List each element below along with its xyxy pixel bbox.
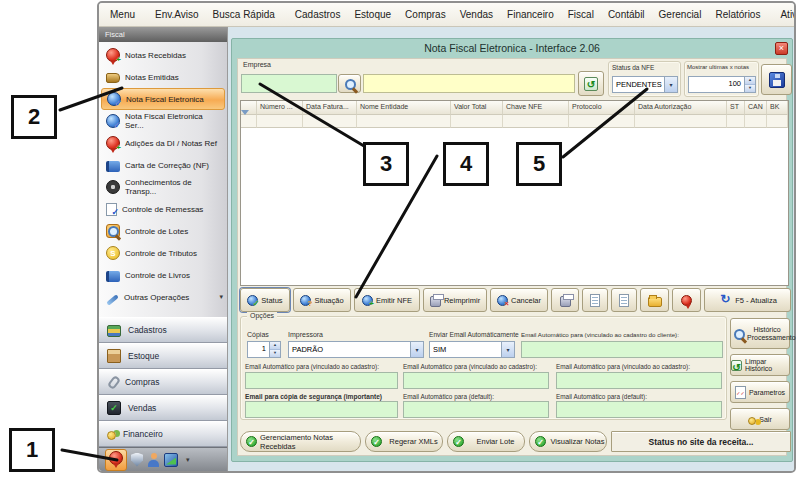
spinner-arrows-icon[interactable]: ▲▼ <box>744 77 755 92</box>
impressora-select[interactable]: PADRÃO ▾ <box>288 341 424 358</box>
column-bk[interactable]: BK <box>767 101 788 115</box>
menu-item-env-aviso[interactable]: Env.Aviso <box>148 4 206 26</box>
menu-item-estoque[interactable]: Estoque <box>347 4 398 26</box>
filter-cell[interactable] <box>241 115 257 128</box>
sidebar-group-compras[interactable]: Compras <box>99 369 227 395</box>
clear-button[interactable] <box>578 71 604 96</box>
spinner-arrows-icon[interactable]: ▲▼ <box>269 342 280 357</box>
table-filter-row <box>241 115 788 128</box>
sidebar-item-nota-fiscal-eletronica[interactable]: Nota Fiscal Eletronica <box>101 88 225 110</box>
empresa-label: Empresa <box>243 61 271 68</box>
print-only-button[interactable] <box>551 288 579 312</box>
menu-item-vendas[interactable]: Vendas <box>453 4 500 26</box>
gerenciamento-notas-button[interactable]: Gerenciamento Notas Recebidas <box>240 431 361 452</box>
save-button[interactable] <box>761 64 792 95</box>
status-nfe-select[interactable]: PENDENTES ▾ <box>612 76 678 93</box>
sidebar-item-adicoes-di[interactable]: Adições da DI / Notas Ref <box>99 132 227 154</box>
column-can[interactable]: CAN <box>745 101 767 115</box>
clipboard-icon <box>107 401 121 415</box>
close-icon[interactable]: × <box>775 42 788 55</box>
column-chave-nfe[interactable]: Chave NFE <box>503 101 569 115</box>
email-cadastro-input-2[interactable] <box>403 372 549 389</box>
sidebar-item-outras-operacoes[interactable]: Outras Operações ▾ <box>99 286 227 308</box>
fiscal-tab-button[interactable] <box>105 449 127 471</box>
table-empty-area[interactable] <box>241 128 788 285</box>
report2-button[interactable] <box>611 288 637 312</box>
enviar-email-select[interactable]: SIM ▾ <box>429 341 515 358</box>
sidebar-item-carta-correcao[interactable]: Carta de Correção (NF) <box>99 154 227 176</box>
empresa-code-input[interactable] <box>241 74 337 93</box>
dropdown-arrow-icon[interactable]: ▾ <box>664 77 677 92</box>
menu-item-contabil[interactable]: Contábil <box>601 4 652 26</box>
person-icon[interactable] <box>147 453 160 467</box>
limpar-historico-button[interactable]: Limpar Histórico <box>730 354 790 376</box>
mostrar-spinner[interactable]: 100 ▲▼ <box>688 76 756 93</box>
report-button[interactable] <box>582 288 608 312</box>
regerar-xmls-button[interactable]: Regerar XMLs <box>365 431 443 452</box>
menu-item-menu[interactable]: Menu <box>103 4 142 26</box>
annotation-box-2: 2 <box>11 95 57 139</box>
visualizar-notas-button[interactable]: Visualizar Notas <box>529 431 607 452</box>
copias-spinner[interactable]: 1 ▲▼ <box>247 341 281 358</box>
column-nome-entidade[interactable]: Nome Entidade <box>357 101 451 115</box>
email-cadastro-input-1[interactable] <box>245 372 398 389</box>
sidebar-item-controle-remessas[interactable]: Controle de Remessas <box>99 198 227 220</box>
email-default-input-2[interactable] <box>556 401 722 418</box>
certificate-button[interactable] <box>672 288 701 312</box>
sidebar-group-financeiro[interactable]: Financeiro <box>99 421 227 447</box>
menu-item-financeiro[interactable]: Financeiro <box>500 4 561 26</box>
cancelar-button[interactable]: Cancelar <box>490 288 548 312</box>
email-cadastro-input-3[interactable] <box>556 372 722 389</box>
menu-item-compras[interactable]: Compras <box>398 4 453 26</box>
email-seguranca-input[interactable] <box>245 401 398 418</box>
email-cliente-input[interactable] <box>521 341 723 358</box>
ribbon-icon <box>106 136 120 150</box>
column-data-autorizacao[interactable]: Data Autorização <box>635 101 727 115</box>
column-st[interactable]: ST <box>727 101 745 115</box>
chart-icon[interactable] <box>164 453 178 467</box>
status-button[interactable]: Status <box>240 288 290 312</box>
sidebar-item-controle-tributos[interactable]: Controle de Tributos <box>99 242 227 264</box>
sidebar-item-controle-lotes[interactable]: Controle de Lotes <box>99 220 227 242</box>
sidebar-item-nota-fiscal-eletronica-ser[interactable]: Nota Fiscal Eletronica Ser... <box>99 110 227 132</box>
situacao-button[interactable]: Situação <box>293 288 351 312</box>
column-data-fatura[interactable]: Data Fatura... <box>303 101 357 115</box>
menu-item-relatorios[interactable]: Relatórios <box>708 4 767 26</box>
column-numero[interactable]: Número ... <box>257 101 303 115</box>
empresa-name-input[interactable] <box>363 74 575 93</box>
sair-button[interactable]: Sair <box>730 408 790 430</box>
green-check-icon <box>453 436 464 447</box>
menu-item-fiscal[interactable]: Fiscal <box>561 4 601 26</box>
dropdown-arrow-icon[interactable]: ▾ <box>410 342 423 357</box>
sidebar-group-estoque[interactable]: Estoque <box>99 343 227 369</box>
shield-icon[interactable] <box>131 453 143 467</box>
menu-item-ativ-empresa[interactable]: Ativ.Empresa <box>773 4 796 26</box>
sidebar-item-conhecimentos-transp[interactable]: Conhecimentos de Transp... <box>99 176 227 198</box>
emitir-nfe-button[interactable]: Emitir NFE <box>354 288 420 312</box>
sidebar-group-cadastros[interactable]: Cadastros <box>99 317 227 343</box>
folder-button[interactable] <box>640 288 669 312</box>
dropdown-arrow-icon[interactable]: ▾ <box>501 342 514 357</box>
empresa-search-button[interactable] <box>338 74 361 93</box>
sidebar-group-vendas[interactable]: Vendas <box>99 395 227 421</box>
menu-item-gerencial[interactable]: Gerencial <box>652 4 709 26</box>
bottom-toolbar: Gerenciamento Notas Recebidas Regerar XM… <box>240 431 791 452</box>
parametros-button[interactable]: Parametros <box>730 381 790 403</box>
enviar-lote-button[interactable]: Enviar Lote <box>447 431 525 452</box>
column-valor-total[interactable]: Valor Total <box>451 101 503 115</box>
page: Menu Env.Aviso Busca Rápida Cadastros Es… <box>0 0 800 477</box>
email-cadastro-label-3: Email Automático para (vinculado ao cada… <box>556 363 690 370</box>
reimprimir-button[interactable]: Reimprimir <box>423 288 487 312</box>
globe-plus-icon <box>362 295 373 306</box>
sidebar-item-notas-emitidas[interactable]: Notas Emitidas <box>99 66 227 88</box>
menu-item-cadastros[interactable]: Cadastros <box>288 4 348 26</box>
status-receita-button[interactable]: Status no site da receita... <box>611 431 791 452</box>
menu-item-busca-rapida[interactable]: Busca Rápida <box>206 4 282 26</box>
f5-atualiza-button[interactable]: ↻F5 - Atualiza <box>704 288 791 312</box>
sidebar-item-controle-livros[interactable]: Controle de Livros <box>99 264 227 286</box>
column-protocolo[interactable]: Protocolo <box>569 101 635 115</box>
chevron-down-icon[interactable]: ▾ <box>186 456 190 464</box>
historico-processamento-button[interactable]: Histórico Processamento <box>730 318 790 349</box>
sidebar-item-notas-recebidas[interactable]: Notas Recebidas <box>99 44 227 66</box>
email-default-input-1[interactable] <box>403 401 549 418</box>
